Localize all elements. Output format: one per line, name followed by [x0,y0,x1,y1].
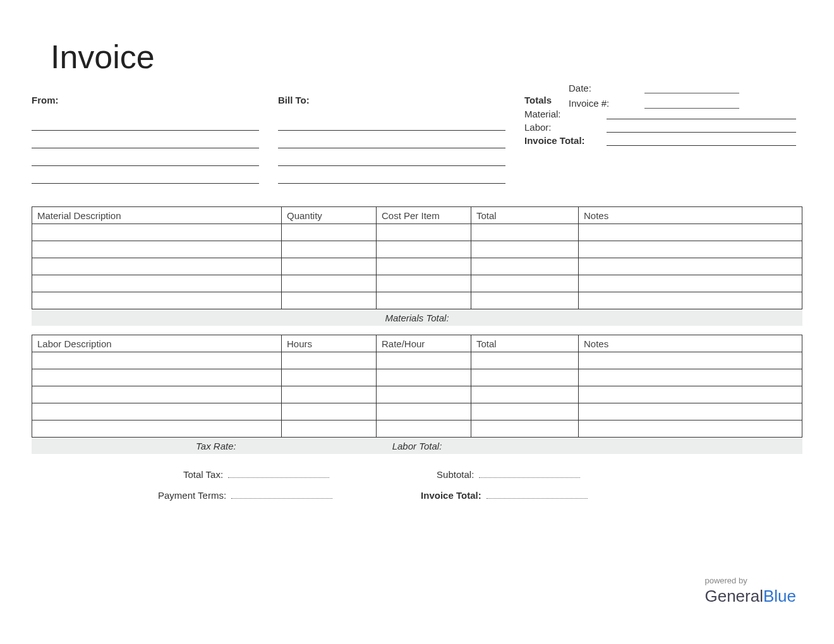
total-tax-line[interactable] [228,468,329,478]
labor-total-label: Labor: [524,122,607,133]
table-row[interactable] [32,352,802,369]
from-line[interactable] [32,117,259,131]
materials-total-label: Materials Total: [385,313,449,323]
invoice-total-line[interactable] [607,134,796,146]
table-row[interactable] [32,369,802,386]
meta-block: Date: Invoice #: [569,82,802,112]
billto-block: Bill To: [278,95,505,188]
branding: powered by GeneralBlue [704,576,796,606]
billto-heading: Bill To: [278,95,505,105]
table-row[interactable] [32,386,802,403]
table-row[interactable] [32,275,802,292]
from-line[interactable] [32,152,259,166]
materials-header-total: Total [471,207,579,224]
table-row[interactable] [32,258,802,275]
labor-header-description: Labor Description [32,335,282,352]
page-title: Invoice [51,38,155,76]
from-line[interactable] [32,134,259,148]
labor-total-line[interactable] [607,121,796,133]
invoice-number-label: Invoice #: [569,98,626,109]
date-input-line[interactable] [644,82,739,93]
from-heading: From: [32,95,259,105]
labor-header-total: Total [471,335,579,352]
table-row[interactable] [32,292,802,309]
materials-header-description: Material Description [32,207,282,224]
table-row[interactable] [32,403,802,420]
materials-header-quantity: Quantity [282,207,377,224]
labor-header-notes: Notes [579,335,802,352]
from-line[interactable] [32,170,259,184]
labor-total-bar: Tax Rate: Labor Total: [32,438,802,454]
billto-line[interactable] [278,152,505,166]
table-row[interactable] [32,241,802,258]
total-tax-label: Total Tax: [183,469,228,480]
brand-part2: Blue [763,587,796,605]
footer-invoice-total-label: Invoice Total: [421,490,486,501]
billto-line[interactable] [278,134,505,148]
billto-line[interactable] [278,170,505,184]
brand-logo: GeneralBlue [704,587,796,606]
billto-line[interactable] [278,117,505,131]
table-row[interactable] [32,224,802,241]
invoice-total-label: Invoice Total: [524,135,607,146]
from-block: From: [32,95,259,188]
date-label: Date: [569,83,626,93]
labor-table: Labor Description Hours Rate/Hour Total … [32,335,802,438]
footer-invoice-total-line[interactable] [486,489,588,499]
invoice-number-input-line[interactable] [644,97,739,109]
materials-header-cost: Cost Per Item [377,207,471,224]
materials-table: Material Description Quantity Cost Per I… [32,206,802,309]
powered-by-text: powered by [704,576,796,585]
brand-part1: General [704,587,763,605]
subtotal-line[interactable] [479,468,580,478]
footer-summary: Total Tax: Subtotal: Payment Terms: Invo… [32,468,802,501]
subtotal-label: Subtotal: [437,469,479,480]
labor-header-hours: Hours [282,335,377,352]
materials-header-notes: Notes [579,207,802,224]
payment-terms-line[interactable] [231,489,332,499]
table-row[interactable] [32,420,802,438]
labor-header-rate: Rate/Hour [377,335,471,352]
labor-total-label: Labor Total: [32,441,802,451]
payment-terms-label: Payment Terms: [158,490,231,501]
materials-total-bar: Materials Total: [32,309,802,326]
